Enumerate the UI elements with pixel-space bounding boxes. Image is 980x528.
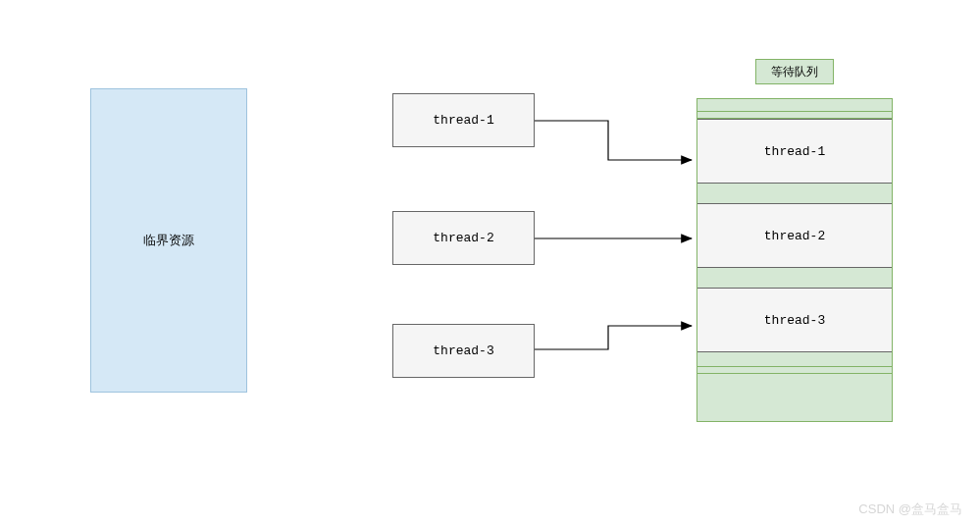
queue-title-box: 等待队列	[755, 59, 834, 84]
queue-slot-2: thread-2	[697, 203, 892, 268]
queue-slot-1-label: thread-1	[764, 144, 825, 159]
queue-slot-1: thread-1	[697, 119, 892, 184]
thread-box-3: thread-3	[392, 324, 535, 378]
queue-title-label: 等待队列	[771, 64, 818, 80]
queue-slot-3-label: thread-3	[764, 313, 825, 328]
thread-box-2: thread-2	[392, 211, 535, 265]
queue-slot-2-label: thread-2	[764, 229, 825, 243]
thread-2-label: thread-2	[433, 231, 493, 245]
wait-queue-container: thread-1 thread-2 thread-3	[696, 98, 893, 422]
arrow-icon	[535, 116, 701, 175]
arrow-icon	[535, 314, 701, 363]
watermark-text: CSDN @盒马盒马	[858, 501, 962, 518]
queue-slot-3: thread-3	[697, 288, 892, 352]
thread-3-label: thread-3	[433, 343, 493, 358]
queue-divider	[697, 366, 892, 374]
arrow-icon	[535, 234, 701, 253]
critical-resource-box: 临界资源	[90, 88, 247, 393]
thread-1-label: thread-1	[433, 113, 493, 128]
thread-box-1: thread-1	[392, 93, 535, 147]
watermark-label: CSDN @盒马盒马	[858, 502, 962, 516]
critical-resource-label: 临界资源	[143, 232, 194, 249]
queue-divider	[697, 111, 892, 119]
